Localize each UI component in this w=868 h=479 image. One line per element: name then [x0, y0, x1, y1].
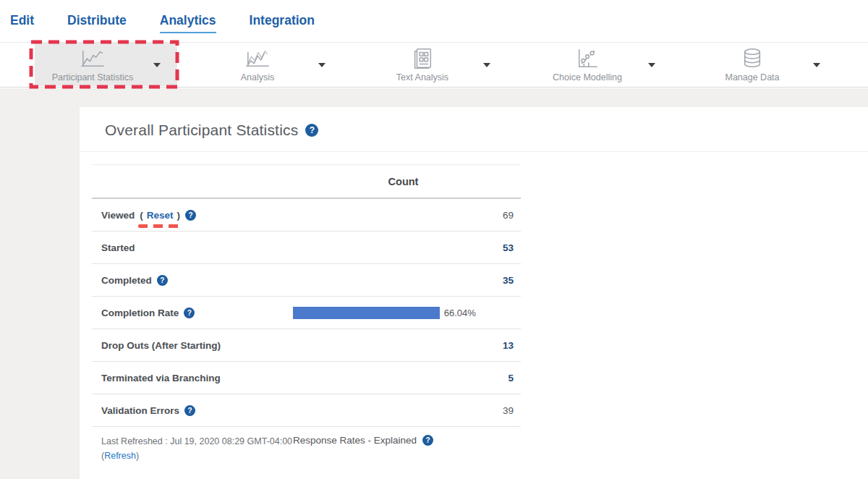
response-rates-explained: Response Rates - Explained ?	[293, 434, 433, 463]
table-row-completion-rate: Completion Rate ? 66.04%	[92, 297, 521, 329]
statistics-card: Overall Participant Statistics ? Count V…	[80, 107, 868, 479]
toolbar-item-analysis[interactable]: Analysis	[175, 43, 340, 87]
participant-statistics-table: Count Viewed (Reset) ? 69 Started 53	[92, 164, 521, 463]
row-label: Viewed	[101, 210, 135, 221]
document-grid-icon	[410, 47, 435, 70]
toolbar-item-label: Participant Statistics	[52, 72, 134, 82]
help-icon[interactable]: ?	[305, 124, 318, 137]
scatter-chart-icon	[573, 47, 602, 70]
table-row-started: Started 53	[92, 232, 521, 264]
analytics-toolbar: Participant Statistics Analysis	[0, 42, 868, 88]
table-footer: Last Refreshed : Jul 19, 2020 08:29 GMT-…	[92, 434, 521, 463]
help-icon[interactable]: ?	[184, 405, 195, 416]
table-row-viewed: Viewed (Reset) ? 69	[92, 199, 521, 232]
toolbar-item-text-analysis[interactable]: Text Analysis	[340, 43, 505, 87]
page-title: Overall Participant Statistics	[105, 122, 298, 139]
row-value: 5	[293, 373, 521, 383]
table-row-completed: Completed ? 35	[92, 264, 521, 297]
table-header-row: Count	[92, 164, 521, 199]
last-refreshed-text: Last Refreshed : Jul 19, 2020 08:29 GMT-…	[92, 434, 293, 463]
refresh-link[interactable]: Refresh	[104, 451, 136, 461]
paren-close: )	[136, 451, 139, 461]
table-row-drop-outs: Drop Outs (After Starting) 13	[92, 329, 521, 362]
completion-rate-bar-fill	[293, 307, 440, 319]
content-background: Overall Participant Statistics ? Count V…	[0, 88, 868, 479]
row-label: Completed	[101, 275, 152, 286]
nav-item-edit[interactable]: Edit	[10, 13, 34, 32]
row-label: Completion Rate	[101, 308, 179, 318]
toolbar-item-choice-modelling[interactable]: Choice Modelling	[505, 43, 670, 87]
table-row-terminated: Terminated via Branching 5	[92, 362, 521, 394]
line-chart-icon	[78, 47, 107, 70]
nav-item-distribute[interactable]: Distribute	[67, 13, 127, 32]
row-label: Terminated via Branching	[101, 373, 221, 383]
help-icon[interactable]: ?	[184, 308, 195, 318]
help-icon[interactable]: ?	[422, 435, 433, 446]
nav-item-analytics[interactable]: Analytics	[160, 13, 216, 33]
nav-item-integration[interactable]: Integration	[250, 13, 315, 32]
help-icon[interactable]: ?	[185, 210, 196, 221]
paren-open: (	[140, 210, 143, 221]
completion-rate-value: 66.04%	[444, 308, 476, 318]
toolbar-item-label: Manage Data	[725, 72, 779, 82]
toolbar-item-label: Analysis	[241, 72, 275, 82]
row-label: Drop Outs (After Starting)	[101, 340, 221, 351]
top-navbar: Edit Distribute Analytics Integration	[0, 0, 868, 42]
multi-line-chart-icon	[243, 47, 272, 70]
row-label: Validation Errors	[101, 405, 179, 416]
row-value: 35	[293, 275, 521, 286]
row-value: 13	[293, 340, 521, 351]
chevron-down-icon[interactable]	[318, 63, 326, 67]
chevron-down-icon[interactable]	[648, 63, 655, 67]
chevron-down-icon[interactable]	[483, 63, 490, 67]
chevron-down-icon[interactable]	[813, 63, 820, 67]
row-value: 39	[293, 405, 521, 416]
count-column-header: Count	[388, 176, 419, 187]
reset-group: (Reset)	[140, 210, 180, 221]
annotation-red-dashed-underline	[138, 224, 182, 228]
completion-rate-bar: 66.04%	[293, 307, 515, 319]
title-divider	[80, 151, 868, 152]
help-icon[interactable]: ?	[157, 275, 168, 286]
table-row-validation-errors: Validation Errors ? 39	[92, 394, 521, 427]
toolbar-item-label: Text Analysis	[396, 72, 448, 82]
paren-close: )	[177, 210, 181, 221]
row-label: Started	[101, 242, 135, 253]
reset-link[interactable]: Reset	[147, 210, 174, 221]
response-rates-label: Response Rates - Explained	[293, 435, 417, 446]
toolbar-item-manage-data[interactable]: Manage Data	[670, 43, 835, 87]
chevron-down-icon[interactable]	[153, 63, 161, 67]
row-value: 53	[293, 242, 521, 253]
database-icon	[740, 47, 765, 70]
row-value: 69	[293, 210, 521, 221]
toolbar-item-participant-statistics[interactable]: Participant Statistics	[10, 43, 175, 87]
toolbar-item-label: Choice Modelling	[553, 72, 622, 82]
